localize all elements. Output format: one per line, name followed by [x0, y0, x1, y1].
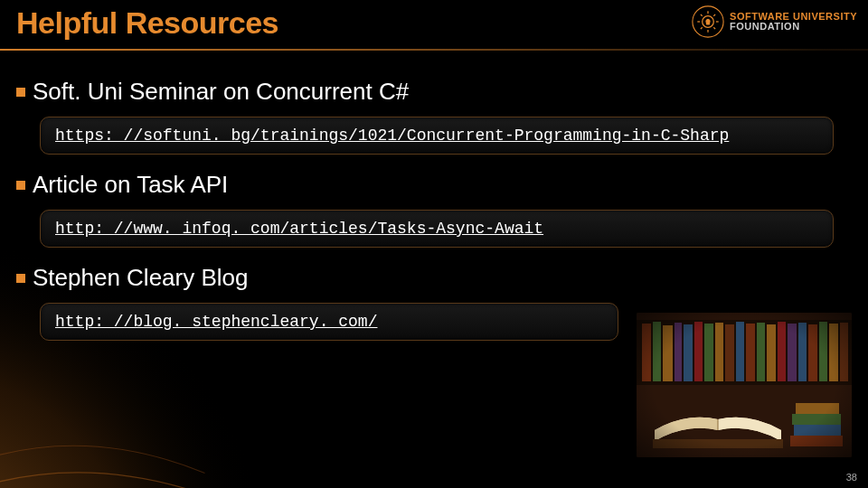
bullet-text: Stephen Cleary Blog — [33, 264, 248, 292]
resource-link[interactable]: https: //softuni. bg/trainings/1021/Conc… — [55, 127, 729, 145]
square-bullet-icon — [16, 88, 25, 97]
bullet-text: Soft. Uni Seminar on Concurrent C# — [33, 78, 409, 106]
svg-line-9 — [713, 27, 715, 29]
slide: Helpful Resources SOFTWARE — [0, 0, 868, 488]
resource-link[interactable]: http: //blog. stephencleary. com/ — [55, 313, 377, 331]
svg-line-7 — [713, 14, 715, 16]
bullet-item: Soft. Uni Seminar on Concurrent C# — [16, 78, 852, 106]
page-number: 38 — [846, 472, 857, 483]
resource-link[interactable]: http: //www. infoq. com/articles/Tasks-A… — [55, 220, 543, 238]
link-box: http: //www. infoq. com/articles/Tasks-A… — [40, 210, 834, 248]
bullet-item: Article on Task API — [16, 171, 852, 199]
bullet-item: Stephen Cleary Blog — [16, 264, 852, 292]
lightbulb-gear-icon — [692, 5, 724, 38]
square-bullet-icon — [16, 181, 25, 190]
svg-line-8 — [701, 14, 703, 16]
title-underline — [0, 49, 868, 51]
bullet-text: Article on Task API — [33, 171, 228, 199]
brand-text: SOFTWARE UNIVERSITY FOUNDATION — [730, 12, 857, 32]
books-photo — [637, 313, 852, 457]
link-box: http: //blog. stephencleary. com/ — [40, 303, 618, 341]
link-box: https: //softuni. bg/trainings/1021/Conc… — [40, 117, 834, 155]
square-bullet-icon — [16, 274, 25, 283]
brand-line2: FOUNDATION — [730, 22, 857, 32]
brand-logo: SOFTWARE UNIVERSITY FOUNDATION — [692, 5, 857, 38]
slide-title: Helpful Resources — [16, 5, 278, 41]
svg-line-10 — [701, 27, 703, 29]
svg-rect-39 — [637, 313, 852, 457]
